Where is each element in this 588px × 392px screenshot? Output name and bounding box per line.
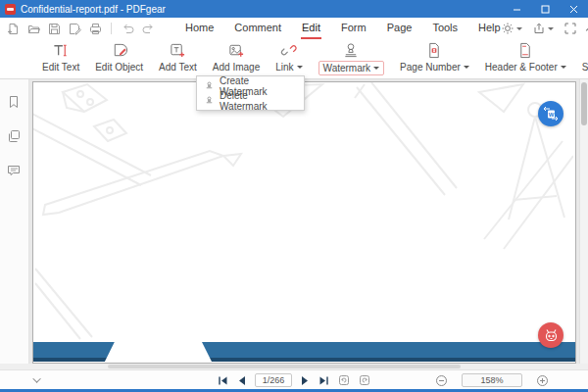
comments-panel-icon[interactable]: [7, 164, 22, 178]
minimize-button[interactable]: [503, 0, 531, 18]
edit-ribbon: Edit Text Edit Object Add Text Add Image…: [0, 39, 588, 79]
tab-comment[interactable]: Comment: [233, 18, 282, 39]
collapse-bar-icon[interactable]: [32, 374, 40, 382]
theme-icon[interactable]: [502, 23, 522, 34]
edit-text-button[interactable]: Edit Text: [39, 42, 82, 74]
vertical-scrollbar[interactable]: [579, 79, 588, 364]
pdf-page[interactable]: [32, 81, 576, 364]
menubar: Home Comment Edit Form Page Tools Help: [0, 18, 588, 39]
redo-icon[interactable]: [141, 22, 155, 35]
dropdown-caret-icon: [464, 66, 469, 69]
add-text-icon: [169, 42, 186, 59]
tab-page[interactable]: Page: [386, 18, 414, 39]
dropdown-caret-icon: [373, 67, 379, 70]
dropdown-caret-icon: [297, 66, 303, 69]
titlebar: Confidential-report.pdf - PDFgear: [0, 0, 588, 18]
ribbon-label: Link: [275, 61, 302, 74]
document-area: W: [29, 79, 588, 364]
last-page-button[interactable]: [318, 375, 329, 386]
ribbon-label-text: Header & Footer: [485, 61, 558, 74]
previous-page-button[interactable]: [237, 375, 246, 386]
menu-item-delete-watermark[interactable]: Delete Watermark: [197, 93, 304, 108]
link-button[interactable]: Link: [272, 42, 305, 74]
watermark-small-icon: [205, 81, 214, 90]
page-number-icon: [425, 42, 443, 59]
ribbon-label: Edit Object: [95, 61, 143, 74]
header-footer-icon: [516, 42, 534, 59]
menu-right-icons: [502, 23, 588, 34]
window-title: Confidential-report.pdf - PDFgear: [21, 4, 166, 15]
watermark-small-icon: [205, 96, 214, 105]
horizontal-scrollbar-thumb[interactable]: [108, 365, 461, 368]
next-view-button[interactable]: [359, 374, 370, 386]
ai-assistant-button[interactable]: [538, 322, 564, 348]
edit-text-icon: [52, 42, 70, 59]
pdfgear-window: Confidential-report.pdf - PDFgear: [0, 0, 588, 392]
page-indicator-input[interactable]: [255, 373, 292, 387]
theme-caret-icon: [516, 27, 522, 30]
statusbar: 158%: [0, 369, 588, 389]
tab-edit[interactable]: Edit: [301, 18, 321, 39]
close-button[interactable]: [560, 0, 588, 18]
pdf-to-word-icon: W: [543, 106, 559, 122]
document-workspace: W: [0, 79, 588, 364]
ribbon-label-text: Stamp: [582, 61, 588, 74]
add-image-button[interactable]: Add Image: [210, 42, 263, 74]
bookmarks-panel-icon[interactable]: [7, 95, 22, 110]
fullscreen-icon[interactable]: [564, 23, 576, 34]
quick-access-toolbar: [6, 22, 155, 35]
zoom-controls: 158%: [435, 370, 549, 390]
left-sidebar: [0, 79, 29, 364]
app-logo-icon: [5, 4, 16, 15]
page-number-button[interactable]: Page Number: [397, 42, 472, 74]
add-image-icon: [227, 42, 245, 59]
edit-object-button[interactable]: Edit Object: [92, 42, 146, 74]
vertical-scrollbar-thumb[interactable]: [581, 82, 587, 125]
ribbon-label: Watermark: [318, 61, 385, 75]
edit-object-icon: [111, 42, 128, 59]
ai-assistant-robot-icon: [544, 328, 559, 343]
save-as-icon[interactable]: [68, 22, 81, 35]
watermark-icon: [342, 42, 360, 59]
toolbar-separator: [111, 23, 112, 34]
share-icon[interactable]: [533, 23, 554, 34]
maximize-button[interactable]: [531, 0, 560, 18]
share-caret-icon: [548, 27, 554, 30]
page-sketch-decoration: [33, 82, 573, 364]
tab-form[interactable]: Form: [340, 18, 368, 39]
next-page-button[interactable]: [301, 375, 310, 386]
zoom-out-button[interactable]: [435, 374, 448, 387]
ribbon-label: Header & Footer: [485, 61, 566, 74]
svg-text:W: W: [549, 112, 555, 118]
watermark-button[interactable]: Watermark: [316, 42, 388, 75]
menu-tabs: Home Comment Edit Form Page Tools Help: [184, 18, 502, 39]
tab-tools[interactable]: Tools: [431, 18, 459, 39]
add-text-button[interactable]: Add Text: [156, 42, 200, 74]
tab-help[interactable]: Help: [477, 18, 502, 39]
ribbon-label-text: Link: [275, 61, 293, 74]
print-icon[interactable]: [88, 22, 102, 35]
ribbon-label: Add Text: [159, 61, 197, 74]
ribbon-label: Page Number: [400, 61, 469, 74]
page-thumbnails-icon[interactable]: [7, 129, 22, 144]
zoom-level-indicator[interactable]: 158%: [462, 373, 522, 387]
new-file-icon[interactable]: [6, 22, 20, 35]
page-footer-band-right: [202, 342, 575, 362]
previous-view-button[interactable]: [338, 374, 350, 386]
first-page-button[interactable]: [218, 375, 228, 386]
watermark-dropdown-menu: Create Watermark Delete Watermark: [196, 75, 305, 111]
menu-item-label: Delete Watermark: [220, 90, 296, 112]
open-file-icon[interactable]: [26, 22, 40, 35]
header-footer-button[interactable]: Header & Footer: [482, 42, 569, 74]
stamp-button[interactable]: Stamp: [579, 42, 588, 74]
zoom-in-button[interactable]: [536, 374, 549, 387]
dropdown-caret-icon: [561, 66, 566, 69]
ribbon-label: Add Image: [213, 61, 260, 74]
tab-home[interactable]: Home: [184, 18, 215, 39]
ribbon-label-text: Page Number: [400, 61, 461, 74]
ribbon-label-text: Watermark: [323, 62, 371, 74]
save-icon[interactable]: [47, 22, 61, 35]
undo-icon[interactable]: [121, 22, 134, 35]
ribbon-label: Stamp: [582, 61, 588, 74]
pdf-to-word-converter-button[interactable]: W: [538, 101, 564, 126]
